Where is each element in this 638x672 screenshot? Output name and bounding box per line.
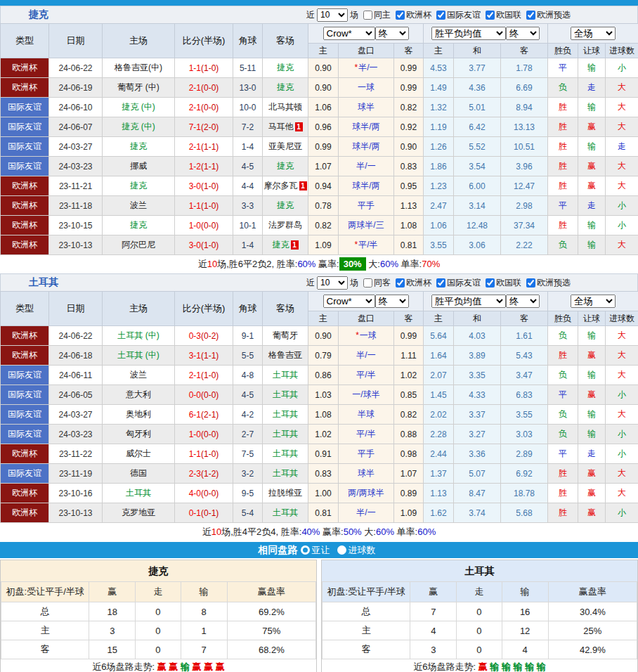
- handicap-result-cell: 输: [578, 235, 606, 255]
- away-team-cell: 法罗群岛: [263, 216, 308, 235]
- league-checkbox-1[interactable]: [436, 278, 445, 287]
- team-section-title: 土耳其: [29, 276, 58, 289]
- league-checkbox-0[interactable]: [396, 278, 405, 287]
- mean-home-cell: 1.19: [424, 117, 454, 137]
- stats-row: 主401225%: [323, 621, 637, 640]
- mean-draw-cell: 3.06: [454, 235, 501, 255]
- home-team-cell: 威尔士: [103, 444, 175, 464]
- result-cell: 负: [548, 326, 578, 346]
- handicap-cell: 平手: [339, 196, 394, 216]
- score-cell: 6-1(2-1): [175, 405, 233, 425]
- league-filter-3[interactable]: 欧洲预选: [526, 9, 571, 21]
- odds-home-cell: 1.02: [308, 425, 339, 444]
- odds-away-cell: 1.07: [394, 464, 424, 484]
- goals-result-cell: 大: [606, 405, 638, 425]
- odds-away-cell: 1.13: [394, 196, 424, 216]
- handicap-result-cell: 赢: [578, 176, 606, 196]
- handicap-cell: 平/半: [339, 425, 394, 444]
- same-venue-checkbox[interactable]: [363, 11, 372, 20]
- same-venue-filter[interactable]: 同主: [363, 9, 391, 21]
- league-filter-0[interactable]: 欧洲杯: [396, 9, 431, 21]
- home-team-cell: 奥地利: [103, 405, 175, 425]
- date-cell: 24-03-23: [49, 425, 103, 444]
- mean-draw-cell: 8.47: [454, 484, 501, 503]
- league-checkbox-2[interactable]: [486, 11, 495, 20]
- match-row: 国际友谊24-06-07捷克 (中)7-1(2-0)7-2马耳他10.96球半/…: [1, 117, 638, 137]
- mean-home-cell: 2.44: [424, 444, 454, 464]
- mean-away-cell: 6.92: [501, 464, 548, 484]
- league-filter-1[interactable]: 国际友谊: [436, 9, 481, 21]
- lose-cell: 16: [502, 602, 548, 621]
- column-header: 角球: [233, 24, 263, 58]
- home-team-cell: 波兰: [103, 366, 175, 385]
- same-venue-checkbox[interactable]: [363, 278, 372, 287]
- corner-cell: 4-5: [233, 157, 263, 176]
- odds-final-select[interactable]: 终: [375, 27, 409, 40]
- away-team-cell: 捷克: [263, 157, 308, 176]
- team-filter-bar: 捷克近10场同主欧洲杯国际友谊欧国联欧洲预选: [0, 6, 638, 23]
- league-checkbox-3[interactable]: [526, 11, 535, 20]
- trend-line: 近6场盘路走势: 赢 输 输 输 输 输: [322, 659, 637, 672]
- odds-company-select[interactable]: Crow*: [323, 27, 375, 40]
- same-venue-filter[interactable]: 同客: [363, 277, 391, 289]
- mean-draw-cell: 3.54: [454, 157, 501, 176]
- odds-home-cell: 0.99: [308, 137, 339, 157]
- mean-home-cell: 2.07: [424, 366, 454, 385]
- goals-result-cell: 小: [606, 444, 638, 464]
- banner-radio-1[interactable]: [337, 545, 346, 555]
- handicap-result-cell: 输: [578, 366, 606, 385]
- handicap-cell: 平/半: [339, 366, 394, 385]
- league-filter-3[interactable]: 欧洲预选: [526, 277, 571, 289]
- near-label: 近: [306, 9, 315, 21]
- sub-column-header: 客: [394, 44, 424, 58]
- odds-home-cell: 1.03: [308, 385, 339, 405]
- mean-final-select[interactable]: 终: [506, 27, 540, 40]
- scope-select[interactable]: 全场: [571, 295, 616, 308]
- recent-count-select[interactable]: 10: [317, 8, 348, 22]
- odds-final-select[interactable]: 终: [375, 295, 409, 308]
- mean-final-select[interactable]: 终: [506, 295, 540, 308]
- mean-home-cell: 1.32: [424, 98, 454, 117]
- odds-company-select[interactable]: Crow*: [323, 295, 375, 308]
- scope-select[interactable]: 全场: [571, 27, 616, 40]
- match-row: 国际友谊24-06-11波兰2-1(1-0)4-8土耳其0.86平/半1.022…: [1, 366, 638, 385]
- corner-cell: 10-1: [233, 216, 263, 235]
- result-cell: 胜: [548, 503, 578, 523]
- mean-draw-cell: 4.03: [454, 326, 501, 346]
- league-checkbox-1[interactable]: [436, 11, 445, 20]
- league-checkbox-0[interactable]: [396, 11, 405, 20]
- column-header: 主场: [103, 292, 175, 326]
- mean-home-cell: 1.37: [424, 464, 454, 484]
- league-checkbox-3[interactable]: [526, 278, 535, 287]
- league-filter-2[interactable]: 欧国联: [486, 9, 521, 21]
- away-team-cell: 捷克: [263, 58, 308, 78]
- away-team-cell: 土耳其: [263, 366, 308, 385]
- column-header: 主场: [103, 24, 175, 58]
- date-cell: 24-06-22: [49, 326, 103, 346]
- score-cell: 1-2(1-1): [175, 157, 233, 176]
- score-cell: 3-1(1-1): [175, 346, 233, 366]
- date-cell: 24-06-07: [49, 117, 103, 137]
- league-filter-0[interactable]: 欧洲杯: [396, 277, 431, 289]
- mean-home-cell: 1.62: [424, 503, 454, 523]
- goals-result-cell: 大: [606, 484, 638, 503]
- mean-type-select[interactable]: 胜平负均值: [431, 27, 506, 40]
- mean-away-cell: 2.89: [501, 444, 548, 464]
- mean-draw-cell: 3.37: [454, 405, 501, 425]
- league-cell: 国际友谊: [1, 157, 49, 176]
- recent-count-select[interactable]: 10: [317, 276, 348, 290]
- league-filter-1[interactable]: 国际友谊: [436, 277, 481, 289]
- push-cell: 0: [136, 602, 181, 621]
- banner-radio-0[interactable]: [301, 545, 310, 555]
- league-checkbox-2[interactable]: [486, 278, 495, 287]
- mean-type-select[interactable]: 胜平负均值: [431, 295, 506, 308]
- winrate-cell: 75%: [227, 621, 315, 640]
- league-filter-2[interactable]: 欧国联: [486, 277, 521, 289]
- scope-cell: 总: [323, 602, 410, 621]
- odds-home-cell: 0.79: [308, 346, 339, 366]
- away-team-cell: 土耳其: [263, 425, 308, 444]
- home-team-cell: 捷克: [103, 176, 175, 196]
- winrate-cell: 25%: [548, 621, 637, 640]
- score-cell: 2-3(1-2): [175, 464, 233, 484]
- match-row: 欧洲杯23-11-21捷克3-0(1-0)4-4摩尔多瓦10.94球半/两0.9…: [1, 176, 638, 196]
